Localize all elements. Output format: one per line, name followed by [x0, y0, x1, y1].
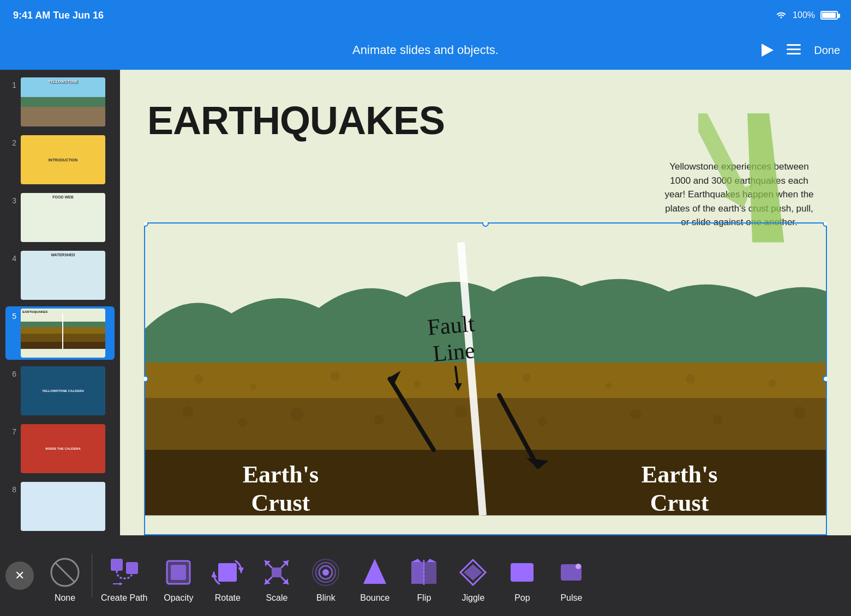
scale-icon	[260, 556, 293, 589]
svg-marker-73	[423, 562, 436, 584]
slide-thumb-2[interactable]: 2 INTRODUCTION	[5, 133, 115, 186]
svg-marker-51	[119, 582, 123, 585]
blink-icon	[309, 556, 342, 589]
flip-icon	[407, 556, 440, 589]
svg-point-31	[794, 407, 806, 419]
pop-icon	[506, 556, 538, 589]
svg-rect-22	[144, 398, 827, 452]
anim-item-blink[interactable]: Blink	[301, 543, 350, 608]
svg-point-17	[413, 381, 421, 388]
svg-point-23	[182, 406, 193, 417]
bounce-icon	[358, 556, 391, 589]
rotate-icon	[211, 556, 244, 589]
geology-svg: Fault Line Earth's Crust Earth's Crust	[144, 222, 827, 535]
none-icon	[49, 556, 81, 589]
svg-point-25	[290, 408, 303, 421]
slide-num-2: 2	[8, 138, 16, 147]
svg-point-30	[713, 415, 723, 425]
slide-num-8: 8	[8, 485, 16, 494]
slide-image-3: FOOD WEB	[21, 193, 105, 242]
svg-point-19	[605, 383, 612, 389]
slide-panel[interactable]: 1 YELLOWSTONE 2 INTRODUCTION 3 FOOD WEB …	[0, 70, 120, 616]
svg-point-18	[522, 373, 531, 382]
svg-point-81	[576, 564, 581, 569]
slide-thumb-8[interactable]: 8	[5, 480, 115, 533]
slide-image-1: YELLOWSTONE	[21, 77, 105, 126]
svg-marker-76	[427, 559, 436, 562]
slide-num-6: 6	[8, 370, 16, 378]
svg-point-27	[455, 406, 467, 418]
anim-label-none: None	[55, 593, 75, 603]
slide-num-5: 5	[8, 312, 16, 321]
done-button[interactable]: Done	[814, 44, 840, 57]
anim-item-pop[interactable]: Pop	[498, 543, 547, 608]
anim-item-create-path[interactable]: Create Path	[94, 543, 154, 608]
list-button[interactable]	[787, 44, 801, 56]
svg-marker-75	[411, 559, 421, 562]
svg-rect-49	[126, 562, 138, 574]
anim-label-pulse: Pulse	[560, 593, 582, 603]
svg-rect-1	[787, 44, 801, 46]
main-layout: 1 YELLOWSTONE 2 INTRODUCTION 3 FOOD WEB …	[0, 70, 851, 616]
svg-line-47	[56, 563, 74, 582]
pulse-icon	[555, 556, 588, 589]
svg-text:Fault: Fault	[427, 311, 476, 340]
svg-rect-79	[511, 563, 534, 582]
slide-thumb-5[interactable]: 5 EARTHQUAKES	[5, 306, 115, 360]
slide-thumb-3[interactable]: 3 FOOD WEB	[5, 191, 115, 244]
svg-rect-13	[144, 363, 827, 401]
anim-label-scale: Scale	[266, 593, 287, 603]
play-button[interactable]	[762, 44, 774, 57]
slide-image-4: WATERSHED	[21, 251, 105, 300]
slide-thumb-7[interactable]: 7 INSIDE THE CALDERA	[5, 422, 115, 475]
opacity-icon	[162, 556, 195, 589]
geo-diagram: Fault Line Earth's Crust Earth's Crust	[144, 222, 827, 535]
slide-image-7: INSIDE THE CALDERA	[21, 424, 105, 473]
svg-rect-48	[111, 559, 123, 571]
svg-point-28	[538, 417, 547, 426]
anim-label-flip: Flip	[417, 593, 432, 603]
slide-thumb-1[interactable]: 1 YELLOWSTONE	[5, 75, 115, 129]
anim-item-flip[interactable]: Flip	[399, 543, 448, 608]
svg-marker-0	[762, 44, 774, 57]
svg-point-21	[769, 379, 776, 387]
svg-text:Crust: Crust	[251, 490, 310, 516]
anim-item-none[interactable]: None	[40, 543, 89, 608]
svg-text:Crust: Crust	[650, 490, 709, 516]
anim-item-rotate[interactable]: Rotate	[203, 543, 252, 608]
battery-percent: 100%	[793, 10, 815, 20]
anim-item-opacity[interactable]: Opacity	[154, 543, 203, 608]
slide-num-3: 3	[8, 196, 16, 205]
battery-icon	[820, 11, 838, 20]
svg-point-29	[630, 409, 641, 420]
status-time: 9:41 AM Tue Jun 16	[13, 10, 104, 21]
slide-image-6: YELLOWSTONE CALDERA	[21, 366, 105, 415]
anim-item-scale[interactable]: Scale	[252, 543, 301, 608]
anim-bar: ✕ None Create Path	[0, 535, 851, 616]
svg-rect-2	[787, 49, 801, 50]
anim-item-bounce[interactable]: Bounce	[350, 543, 399, 608]
create-path-icon	[108, 556, 141, 589]
svg-rect-3	[787, 53, 801, 55]
wifi-icon	[775, 10, 787, 21]
anim-item-jiggle[interactable]: Jiggle	[448, 543, 498, 608]
slide-title: EARTHQUAKES	[147, 98, 445, 143]
close-button[interactable]: ✕	[5, 561, 34, 590]
svg-point-16	[331, 371, 340, 381]
anim-label-create-path: Create Path	[101, 593, 147, 603]
status-bar: 9:41 AM Tue Jun 16 100%	[0, 0, 851, 31]
anim-label-jiggle: Jiggle	[462, 593, 484, 603]
svg-marker-71	[363, 559, 386, 584]
slide-thumb-4[interactable]: 4 WATERSHED	[5, 249, 115, 302]
slide-num-1: 1	[8, 81, 16, 89]
anim-label-pop: Pop	[514, 593, 530, 603]
slide-image-5: EARTHQUAKES	[21, 309, 105, 358]
status-right: 100%	[775, 10, 838, 21]
slide-num-7: 7	[8, 427, 16, 436]
svg-rect-66	[272, 567, 281, 577]
toolbar-title: Animate slides and objects.	[352, 43, 499, 57]
svg-point-70	[322, 569, 329, 576]
slide-thumb-6[interactable]: 6 YELLOWSTONE CALDERA	[5, 364, 115, 418]
anim-item-pulse[interactable]: Pulse	[547, 543, 596, 608]
slide-image-2: INTRODUCTION	[21, 135, 105, 184]
